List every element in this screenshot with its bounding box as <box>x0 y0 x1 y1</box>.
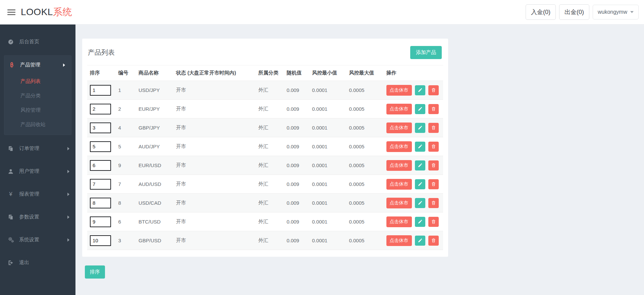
random-value: 0.009 <box>284 212 309 231</box>
sidebar-item-dashboard[interactable]: 后台首页 <box>0 33 75 51</box>
delete-button[interactable] <box>428 198 439 208</box>
table-row: 7 AUD/USD 开市 外汇 0.009 0.0001 0.0005 点击休市 <box>87 175 443 194</box>
risk-min-value: 0.0001 <box>309 175 346 194</box>
close-market-button[interactable]: 点击休市 <box>386 160 412 171</box>
product-status: 开市 <box>173 81 256 100</box>
delete-button[interactable] <box>428 236 439 246</box>
sidebar-item-logout[interactable]: 退出 <box>0 253 75 272</box>
menu-toggle-icon[interactable] <box>7 9 15 15</box>
product-category: 外汇 <box>256 137 284 156</box>
logo-accent: 系统 <box>53 7 72 17</box>
risk-max-value: 0.0005 <box>346 194 383 212</box>
risk-min-value: 0.0001 <box>309 212 346 231</box>
sidebar-item-parameters[interactable]: 参数设置 <box>0 208 75 226</box>
sort-input[interactable] <box>90 160 111 171</box>
close-market-button[interactable]: 点击休市 <box>386 85 412 96</box>
product-name: EUR/JPY <box>136 100 173 118</box>
sidebar-item-system-settings[interactable]: 系统设置 <box>0 231 75 249</box>
chevron-right-icon <box>67 215 69 219</box>
product-id: 3 <box>115 231 136 250</box>
edit-icon <box>418 125 423 130</box>
close-market-button[interactable]: 点击休市 <box>386 216 412 227</box>
delete-button[interactable] <box>428 217 439 227</box>
risk-min-value: 0.0001 <box>309 118 346 137</box>
product-status: 开市 <box>173 212 256 231</box>
edit-button[interactable] <box>415 236 425 246</box>
edit-icon <box>418 106 423 111</box>
edit-button[interactable] <box>415 123 425 133</box>
delete-button[interactable] <box>428 142 439 152</box>
close-market-button[interactable]: 点击休市 <box>386 141 412 152</box>
random-value: 0.009 <box>284 194 309 212</box>
delete-button[interactable] <box>428 85 439 95</box>
sort-input[interactable] <box>90 198 111 208</box>
close-market-button[interactable]: 点击休市 <box>386 104 412 114</box>
edit-button[interactable] <box>415 198 425 208</box>
sidebar-item-reports[interactable]: ¥ 报表管理 <box>0 185 75 203</box>
edit-button[interactable] <box>415 104 425 114</box>
random-value: 0.009 <box>284 156 309 175</box>
sidebar-subitem-product-recycle[interactable]: 产品回收站 <box>4 117 71 132</box>
product-id: 6 <box>115 212 136 231</box>
sort-input[interactable] <box>90 122 111 133</box>
sidebar-item-orders[interactable]: 订单管理 <box>0 139 75 158</box>
edit-button[interactable] <box>415 85 425 95</box>
product-category: 外汇 <box>256 118 284 137</box>
dashboard-icon <box>7 39 14 45</box>
close-market-button[interactable]: 点击休市 <box>386 122 412 133</box>
sidebar-item-label: 订单管理 <box>19 145 67 152</box>
sidebar-subitem-risk-management[interactable]: 风控管理 <box>4 103 71 117</box>
edit-button[interactable] <box>415 217 425 227</box>
logo-primary: LOOKL <box>21 7 53 17</box>
edit-button[interactable] <box>415 142 425 152</box>
product-status: 开市 <box>173 156 256 175</box>
withdraw-button[interactable]: 出金(0) <box>559 4 589 20</box>
sort-input[interactable] <box>90 179 111 190</box>
edit-icon <box>418 88 423 93</box>
sidebar-item-label: 后台首页 <box>19 39 69 45</box>
random-value: 0.009 <box>284 231 309 250</box>
close-market-button[interactable]: 点击休市 <box>386 179 412 190</box>
table-row: 2 EUR/JPY 开市 外汇 0.009 0.0001 0.0005 点击休市 <box>87 100 443 118</box>
delete-button[interactable] <box>428 123 439 133</box>
col-header-random: 随机值 <box>284 65 309 81</box>
col-header-name: 商品名称 <box>136 65 173 81</box>
add-product-button[interactable]: 添加产品 <box>410 46 442 59</box>
user-icon <box>7 168 14 175</box>
sidebar-item-users[interactable]: 用户管理 <box>0 162 75 181</box>
delete-button[interactable] <box>428 179 439 189</box>
delete-button[interactable] <box>428 160 439 170</box>
sort-submit-button[interactable]: 排序 <box>85 265 105 279</box>
sort-input[interactable] <box>90 85 111 96</box>
edit-button[interactable] <box>415 179 425 189</box>
sidebar-subitem-product-category[interactable]: 产品分类 <box>4 89 71 103</box>
product-id: 5 <box>115 137 136 156</box>
trash-icon <box>431 200 436 205</box>
close-market-button[interactable]: 点击休市 <box>386 235 412 246</box>
close-market-button[interactable]: 点击休市 <box>386 198 412 208</box>
chevron-right-icon <box>67 238 69 242</box>
sidebar-subitem-product-list[interactable]: 产品列表 <box>4 74 71 89</box>
sort-input[interactable] <box>90 141 111 152</box>
sidebar-item-product-management[interactable]: 产品管理 <box>4 56 71 74</box>
product-category: 外汇 <box>256 175 284 194</box>
trash-icon <box>431 238 436 243</box>
product-id: 7 <box>115 175 136 194</box>
product-name: GBP/JPY <box>136 118 173 137</box>
product-category: 外汇 <box>256 156 284 175</box>
delete-button[interactable] <box>428 104 439 114</box>
page-title: 产品列表 <box>88 48 115 57</box>
sort-input[interactable] <box>90 104 111 114</box>
sort-input[interactable] <box>90 216 111 227</box>
main-content: 产品列表 添加产品 排序 编号 商品名称 状态 (大盘正常开市时间内) 所属分类… <box>75 24 644 295</box>
deposit-button[interactable]: 入金(0) <box>526 4 556 20</box>
product-name: AUD/USD <box>136 175 173 194</box>
risk-min-value: 0.0001 <box>309 231 346 250</box>
user-menu-button[interactable]: wukongymw <box>593 5 639 19</box>
edit-button[interactable] <box>415 160 425 170</box>
col-header-id: 编号 <box>115 65 136 81</box>
risk-min-value: 0.0001 <box>309 156 346 175</box>
sort-input[interactable] <box>90 235 111 246</box>
chevron-right-icon <box>67 147 69 150</box>
trash-icon <box>431 219 436 224</box>
